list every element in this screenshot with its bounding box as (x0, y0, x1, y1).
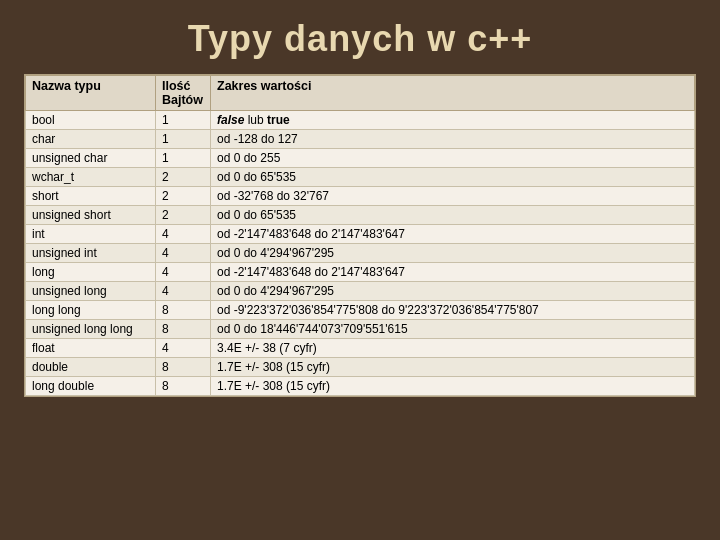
cell-range: 1.7E +/- 308 (15 cyfr) (211, 377, 695, 396)
table-row: unsigned short2od 0 do 65'535 (26, 206, 695, 225)
cell-range: od 0 do 65'535 (211, 206, 695, 225)
cell-bytes: 2 (156, 168, 211, 187)
cell-type-name: char (26, 130, 156, 149)
cell-range: od -2'147'483'648 do 2'147'483'647 (211, 263, 695, 282)
cell-range: 3.4E +/- 38 (7 cyfr) (211, 339, 695, 358)
table-body: bool1false lub truechar1od -128 do 127un… (26, 111, 695, 396)
cell-bytes: 1 (156, 111, 211, 130)
cell-range: od -32'768 do 32'767 (211, 187, 695, 206)
cell-range: od -9'223'372'036'854'775'808 do 9'223'3… (211, 301, 695, 320)
cell-range: 1.7E +/- 308 (15 cyfr) (211, 358, 695, 377)
table-row: char1od -128 do 127 (26, 130, 695, 149)
cell-bytes: 4 (156, 339, 211, 358)
table-row: int4od -2'147'483'648 do 2'147'483'647 (26, 225, 695, 244)
cell-bytes: 4 (156, 263, 211, 282)
cell-bytes: 2 (156, 206, 211, 225)
page-title: Typy danych w c++ (188, 18, 532, 60)
table-row: unsigned int4od 0 do 4'294'967'295 (26, 244, 695, 263)
cell-type-name: long long (26, 301, 156, 320)
table-row: float43.4E +/- 38 (7 cyfr) (26, 339, 695, 358)
cell-bytes: 4 (156, 282, 211, 301)
cell-type-name: wchar_t (26, 168, 156, 187)
table-row: long long8od -9'223'372'036'854'775'808 … (26, 301, 695, 320)
table-row: unsigned long4od 0 do 4'294'967'295 (26, 282, 695, 301)
cell-type-name: long double (26, 377, 156, 396)
table-row: wchar_t2od 0 do 65'535 (26, 168, 695, 187)
table-row: double81.7E +/- 308 (15 cyfr) (26, 358, 695, 377)
table-row: short2od -32'768 do 32'767 (26, 187, 695, 206)
data-table-wrapper: Nazwa typu IlośćBajtów Zakres wartości b… (24, 74, 696, 397)
table-header-row: Nazwa typu IlośćBajtów Zakres wartości (26, 76, 695, 111)
cell-bytes: 2 (156, 187, 211, 206)
cell-type-name: unsigned int (26, 244, 156, 263)
col-header-bytes: IlośćBajtów (156, 76, 211, 111)
col-header-range: Zakres wartości (211, 76, 695, 111)
cell-range: od -2'147'483'648 do 2'147'483'647 (211, 225, 695, 244)
cell-bytes: 4 (156, 225, 211, 244)
cell-bytes: 8 (156, 320, 211, 339)
cell-bytes: 4 (156, 244, 211, 263)
table-row: unsigned long long8od 0 do 18'446'744'07… (26, 320, 695, 339)
cell-bytes: 8 (156, 358, 211, 377)
cell-type-name: short (26, 187, 156, 206)
cell-type-name: unsigned short (26, 206, 156, 225)
cell-range: od 0 do 255 (211, 149, 695, 168)
cell-type-name: unsigned char (26, 149, 156, 168)
cell-type-name: unsigned long (26, 282, 156, 301)
cell-type-name: unsigned long long (26, 320, 156, 339)
cell-bytes: 1 (156, 130, 211, 149)
cell-type-name: float (26, 339, 156, 358)
table-row: long double81.7E +/- 308 (15 cyfr) (26, 377, 695, 396)
cell-type-name: long (26, 263, 156, 282)
table-row: long4od -2'147'483'648 do 2'147'483'647 (26, 263, 695, 282)
cell-range: od 0 do 18'446'744'073'709'551'615 (211, 320, 695, 339)
cell-type-name: int (26, 225, 156, 244)
data-types-table: Nazwa typu IlośćBajtów Zakres wartości b… (25, 75, 695, 396)
cell-range: od 0 do 4'294'967'295 (211, 282, 695, 301)
col-header-name: Nazwa typu (26, 76, 156, 111)
cell-bytes: 8 (156, 301, 211, 320)
cell-range: od -128 do 127 (211, 130, 695, 149)
cell-type-name: bool (26, 111, 156, 130)
cell-range: od 0 do 4'294'967'295 (211, 244, 695, 263)
cell-type-name: double (26, 358, 156, 377)
table-row: bool1false lub true (26, 111, 695, 130)
cell-range: od 0 do 65'535 (211, 168, 695, 187)
cell-bytes: 8 (156, 377, 211, 396)
cell-range: false lub true (211, 111, 695, 130)
cell-bytes: 1 (156, 149, 211, 168)
table-row: unsigned char1od 0 do 255 (26, 149, 695, 168)
